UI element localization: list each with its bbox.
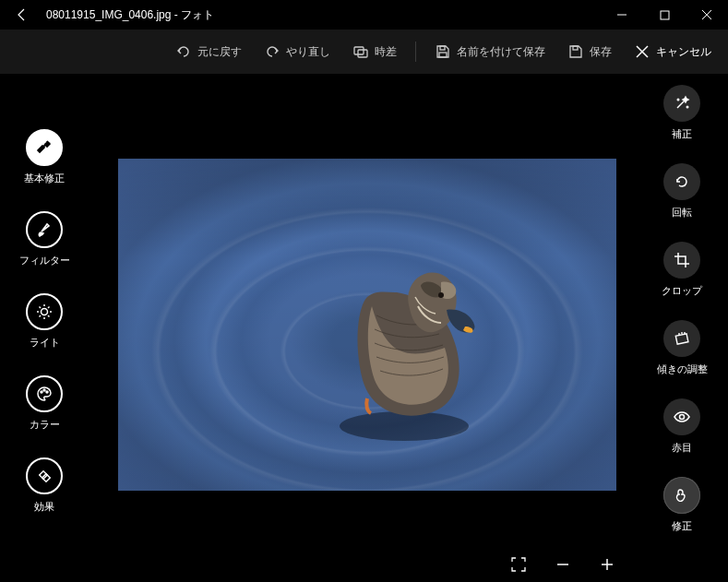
- redo-label: やり直し: [286, 44, 330, 60]
- save-as-label: 名前を付けて保存: [457, 44, 545, 60]
- window-title: 08011915_IMG_0406.jpg - フォト: [44, 7, 601, 23]
- svg-point-31: [686, 106, 688, 108]
- svg-rect-6: [440, 46, 445, 50]
- straighten-label: 傾きの調整: [657, 362, 708, 376]
- zoom-in-button[interactable]: [597, 554, 617, 575]
- color-label: カラー: [30, 418, 60, 432]
- undo-button[interactable]: 元に戻す: [166, 33, 251, 70]
- sun-icon: [26, 293, 63, 330]
- svg-rect-5: [358, 50, 367, 57]
- svg-rect-1: [661, 11, 669, 19]
- maximize-button[interactable]: [643, 0, 686, 30]
- cancel-icon: [634, 43, 650, 60]
- crop-icon: [663, 242, 700, 279]
- retouch-tool[interactable]: 修正: [663, 477, 700, 533]
- rotate-icon: [663, 163, 700, 200]
- svg-rect-8: [573, 46, 578, 50]
- light-label: ライト: [30, 336, 60, 350]
- svg-point-30: [677, 99, 679, 101]
- back-button[interactable]: [0, 0, 44, 30]
- plus-icon: [599, 556, 615, 573]
- save-as-icon: [435, 43, 451, 60]
- svg-line-18: [40, 315, 42, 317]
- toolbar: 元に戻す やり直し 時差 名前を付けて保存 保存 キャンセル: [0, 30, 728, 74]
- svg-point-20: [41, 391, 42, 393]
- compare-label: 時差: [375, 44, 397, 60]
- minus-icon: [555, 556, 571, 573]
- effects-icon: [26, 457, 63, 494]
- compare-button[interactable]: 時差: [343, 33, 406, 70]
- zoom-out-button[interactable]: [553, 554, 573, 575]
- retouch-icon: [663, 477, 700, 514]
- effect-tool[interactable]: 効果: [26, 457, 63, 514]
- titlebar: 08011915_IMG_0406.jpg - フォト: [0, 0, 728, 30]
- enhance-tool[interactable]: 補正: [663, 85, 700, 141]
- svg-rect-4: [354, 47, 364, 54]
- fit-screen-button[interactable]: [508, 554, 529, 575]
- color-tool[interactable]: カラー: [26, 375, 63, 432]
- close-icon: [701, 9, 712, 20]
- svg-line-16: [40, 307, 42, 309]
- retouch-label: 修正: [672, 519, 692, 533]
- crop-tool[interactable]: クロップ: [662, 242, 702, 298]
- svg-point-22: [46, 391, 48, 393]
- rotate-tool[interactable]: 回転: [663, 163, 700, 220]
- minimize-button[interactable]: [601, 0, 643, 30]
- effect-label: 効果: [34, 500, 54, 514]
- close-button[interactable]: [686, 0, 728, 30]
- basic-fix-tool[interactable]: 基本修正: [24, 129, 65, 185]
- svg-line-17: [48, 315, 50, 317]
- photo-subject: [312, 242, 496, 445]
- cancel-button[interactable]: キャンセル: [625, 33, 721, 70]
- save-button[interactable]: 保存: [558, 33, 621, 70]
- crop-label: クロップ: [662, 284, 702, 298]
- basic-fix-label: 基本修正: [24, 172, 65, 185]
- svg-point-36: [680, 415, 685, 420]
- save-icon: [567, 43, 584, 60]
- svg-point-21: [43, 389, 45, 391]
- svg-rect-23: [40, 471, 47, 479]
- redeye-tool[interactable]: 赤目: [663, 398, 700, 455]
- svg-rect-24: [42, 474, 50, 481]
- redeye-label: 赤目: [672, 441, 692, 455]
- right-toolbar: 補正 回転 クロップ 傾きの調整 赤目: [636, 74, 728, 582]
- redo-icon: [264, 43, 280, 60]
- save-as-button[interactable]: 名前を付けて保存: [425, 33, 555, 70]
- rotate-label: 回転: [672, 206, 692, 220]
- image-canvas[interactable]: [118, 159, 616, 491]
- straighten-tool[interactable]: 傾きの調整: [657, 320, 708, 376]
- eye-icon: [663, 398, 700, 435]
- palette-icon: [26, 375, 63, 412]
- svg-point-11: [42, 309, 48, 315]
- save-label: 保存: [590, 44, 612, 60]
- light-tool[interactable]: ライト: [26, 293, 63, 350]
- brush-icon: [26, 211, 63, 248]
- compare-icon: [352, 43, 369, 60]
- svg-line-19: [48, 307, 50, 309]
- straighten-icon: [663, 320, 700, 357]
- svg-point-26: [438, 292, 444, 298]
- maximize-icon: [660, 10, 670, 20]
- toolbar-separator: [415, 42, 416, 62]
- main-area: 基本修正 フィルター ライト カラー 効果: [0, 74, 728, 582]
- redo-button[interactable]: やり直し: [255, 33, 340, 70]
- svg-rect-7: [439, 53, 447, 57]
- canvas-area: [89, 74, 636, 582]
- filter-label: フィルター: [19, 254, 70, 267]
- svg-point-25: [340, 411, 469, 441]
- minimize-icon: [616, 9, 627, 20]
- wand-icon: [663, 85, 700, 122]
- undo-label: 元に戻す: [197, 44, 242, 60]
- wrench-icon: [26, 129, 63, 166]
- enhance-label: 補正: [672, 127, 692, 141]
- arrow-left-icon: [15, 7, 30, 22]
- svg-rect-32: [675, 334, 688, 344]
- undo-icon: [175, 43, 192, 60]
- left-toolbar: 基本修正 フィルター ライト カラー 効果: [0, 74, 89, 582]
- fit-icon: [509, 555, 528, 574]
- zoom-controls: [508, 554, 617, 575]
- filter-tool[interactable]: フィルター: [19, 211, 70, 267]
- cancel-label: キャンセル: [656, 44, 711, 60]
